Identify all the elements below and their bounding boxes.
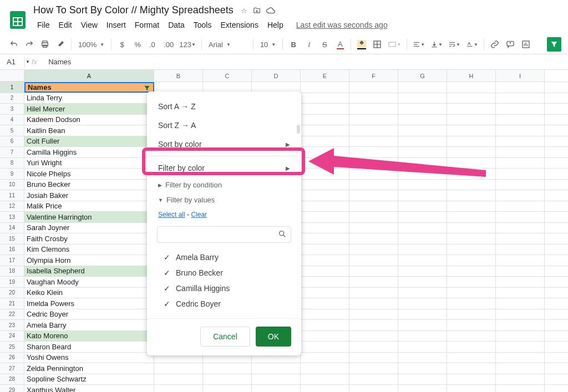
paint-format-icon[interactable] [53, 37, 68, 52]
cell[interactable] [349, 82, 398, 93]
select-all-corner[interactable] [0, 70, 24, 82]
row-header[interactable]: 20 [0, 288, 24, 299]
text-rotation-icon[interactable]: ▼ [464, 37, 480, 52]
cell[interactable] [496, 190, 545, 201]
cell[interactable] [398, 93, 447, 104]
format-currency-icon[interactable]: $ [115, 37, 129, 52]
cell[interactable] [349, 169, 398, 179]
cell[interactable] [301, 115, 349, 125]
cell[interactable] [447, 255, 496, 266]
cell[interactable] [447, 104, 496, 114]
cell[interactable] [301, 125, 349, 136]
cell[interactable] [301, 233, 349, 244]
sheets-logo[interactable] [7, 9, 29, 31]
cell[interactable]: Bruno Becker [24, 180, 154, 190]
increase-decimal-icon[interactable]: .00 [161, 37, 176, 52]
cell[interactable] [496, 147, 545, 157]
cell[interactable] [496, 180, 545, 190]
row-header[interactable]: 7 [0, 147, 24, 158]
cell[interactable]: Sopoline Schwartz [24, 374, 154, 385]
menu-file[interactable]: File [33, 18, 54, 32]
cell[interactable] [447, 180, 496, 190]
borders-icon[interactable] [370, 37, 384, 52]
cell[interactable] [349, 136, 398, 147]
row-header[interactable]: 25 [0, 342, 24, 353]
row-header[interactable]: 16 [0, 245, 24, 256]
cell[interactable] [496, 201, 545, 212]
cell[interactable] [154, 385, 203, 392]
cell[interactable] [447, 245, 496, 255]
col-header-C[interactable]: C [203, 70, 252, 82]
zoom-select[interactable]: 100%▼ [75, 37, 108, 52]
select-all-link[interactable]: Select all [158, 211, 185, 218]
cell[interactable] [349, 353, 398, 363]
cell[interactable] [496, 158, 545, 169]
col-header-D[interactable]: D [252, 70, 301, 82]
clear-link[interactable]: Clear [191, 211, 207, 218]
cell[interactable] [447, 277, 496, 287]
cell[interactable] [447, 233, 496, 244]
filter-value-item[interactable]: ✓Camilla Higgins [163, 281, 291, 296]
row-header[interactable]: 24 [0, 331, 24, 342]
filter-value-item[interactable]: ✓Cedric Boyer [163, 296, 291, 312]
row-header[interactable]: 1 [0, 82, 24, 93]
cell[interactable] [301, 201, 349, 212]
row-header[interactable]: 22 [0, 309, 24, 320]
row-header[interactable]: 6 [0, 136, 24, 147]
row-header[interactable]: 4 [0, 115, 24, 126]
cell[interactable] [447, 374, 496, 385]
insert-chart-icon[interactable] [519, 37, 533, 52]
cell[interactable] [496, 223, 545, 233]
cell[interactable] [349, 104, 398, 114]
cell[interactable] [496, 82, 545, 93]
filter-value-item[interactable]: ✓Bruno Becker [163, 265, 291, 281]
filter-dropdown-icon[interactable] [143, 84, 151, 92]
cell[interactable] [447, 169, 496, 179]
row-header[interactable]: 29 [0, 385, 24, 392]
cell[interactable] [496, 212, 545, 222]
cell[interactable] [447, 158, 496, 169]
fill-color-icon[interactable] [354, 37, 369, 52]
cell[interactable] [349, 363, 398, 374]
row-header[interactable]: 11 [0, 190, 24, 201]
cell[interactable] [301, 93, 349, 104]
cell[interactable] [496, 353, 545, 363]
sort-by-color[interactable]: Sort by color▶ [147, 135, 301, 154]
formula-bar[interactable]: Names [48, 58, 71, 66]
col-header-I[interactable]: I [496, 70, 545, 82]
cell[interactable]: Zelda Pennington [24, 363, 154, 374]
cell[interactable] [447, 212, 496, 222]
row-header[interactable]: 18 [0, 266, 24, 277]
cell[interactable] [496, 385, 545, 392]
cell[interactable] [203, 363, 252, 374]
star-icon[interactable]: ☆ [241, 7, 247, 16]
cell[interactable] [398, 190, 447, 201]
cell[interactable] [496, 125, 545, 136]
row-header[interactable]: 8 [0, 158, 24, 169]
ok-button[interactable]: OK [256, 327, 291, 347]
cell[interactable] [496, 93, 545, 104]
col-header-E[interactable]: E [301, 70, 349, 82]
cloud-status-icon[interactable] [266, 7, 275, 16]
cell[interactable] [349, 190, 398, 201]
filter-by-values[interactable]: ▼Filter by values [147, 192, 301, 207]
cell[interactable] [398, 298, 447, 309]
sort-a-z[interactable]: Sort A → Z [147, 97, 301, 116]
cell[interactable] [496, 288, 545, 298]
cell[interactable] [349, 255, 398, 266]
move-icon[interactable] [253, 7, 261, 16]
cell[interactable] [301, 82, 349, 93]
cell[interactable] [301, 331, 349, 342]
cell[interactable] [301, 277, 349, 287]
cell[interactable] [301, 385, 349, 392]
cell[interactable] [349, 374, 398, 385]
cell[interactable] [301, 288, 349, 298]
cell[interactable]: Valentine Harrington [24, 212, 154, 222]
cell[interactable] [496, 309, 545, 320]
cell[interactable] [496, 342, 545, 352]
cell[interactable] [398, 385, 447, 392]
cell[interactable] [301, 147, 349, 157]
col-header-G[interactable]: G [398, 70, 447, 82]
cell[interactable]: Isabella Shepherd [24, 266, 154, 277]
cell[interactable] [398, 245, 447, 255]
